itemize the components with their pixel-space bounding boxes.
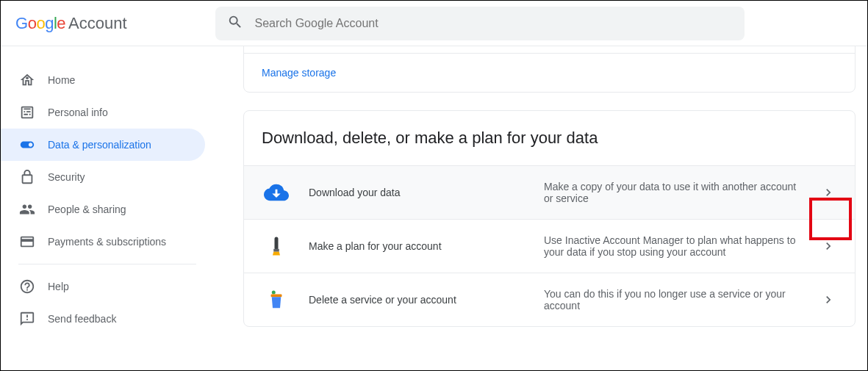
svg-rect-4: [271, 295, 282, 298]
row-desc: You can do this if you no longer use a s…: [544, 288, 819, 311]
id-card-icon: [18, 104, 36, 121]
logo[interactable]: Google Account: [15, 14, 127, 33]
sidebar-item-payments[interactable]: Payments & subscriptions: [1, 226, 205, 258]
row-delete-account[interactable]: Delete a service or your account You can…: [244, 273, 855, 326]
storage-card: Manage storage: [243, 46, 856, 93]
sidebar-item-label: Security: [48, 171, 85, 183]
svg-rect-1: [275, 237, 279, 251]
row-title: Delete a service or your account: [309, 294, 544, 306]
sidebar-item-label: People & sharing: [48, 203, 126, 215]
trash-icon: [262, 285, 291, 314]
lock-icon: [18, 168, 36, 186]
sidebar-item-personal-info[interactable]: Personal info: [1, 96, 205, 129]
sidebar-item-label: Home: [48, 74, 75, 86]
divider: [18, 264, 196, 264]
row-desc: Make a copy of your data to use it with …: [544, 181, 819, 204]
main-content: Manage storage Download, delete, or make…: [214, 46, 867, 370]
sidebar-item-people-sharing[interactable]: People & sharing: [1, 193, 205, 226]
help-icon: [18, 278, 36, 295]
people-icon: [18, 201, 36, 218]
search-icon: [227, 14, 255, 33]
card-icon: [18, 233, 36, 251]
svg-point-3: [272, 291, 276, 295]
header: Google Account: [1, 1, 867, 46]
row-title: Make a plan for your account: [309, 240, 544, 252]
sidebar-item-home[interactable]: Home: [1, 64, 205, 96]
plug-icon: [262, 231, 291, 261]
sidebar-item-label: Send feedback: [48, 313, 116, 325]
section-title: Download, delete, or make a plan for you…: [244, 111, 855, 165]
storage-usage-text: [244, 46, 855, 53]
sidebar-item-help[interactable]: Help: [1, 270, 205, 303]
svg-point-0: [26, 76, 29, 79]
feedback-icon: [18, 310, 36, 328]
chevron-right-icon: [819, 291, 837, 309]
row-desc: Use Inactive Account Manager to plan wha…: [544, 234, 819, 258]
toggle-icon: [18, 136, 36, 154]
sidebar-item-label: Help: [48, 281, 69, 292]
manage-storage-link[interactable]: Manage storage: [244, 53, 855, 92]
search-bar[interactable]: [215, 7, 745, 40]
sidebar-item-label: Personal info: [48, 107, 108, 118]
download-cloud-icon: [262, 178, 291, 207]
row-title: Download your data: [309, 187, 544, 198]
home-icon: [18, 71, 36, 89]
sidebar-item-feedback[interactable]: Send feedback: [1, 303, 205, 335]
google-logo: Google: [15, 14, 65, 33]
sidebar: Home Personal info Data & personalizatio…: [1, 46, 214, 370]
sidebar-item-data-personalization[interactable]: Data & personalization: [1, 129, 205, 161]
search-input[interactable]: [255, 17, 733, 30]
chevron-right-icon: [819, 237, 837, 255]
svg-rect-2: [273, 249, 279, 252]
chevron-right-icon: [819, 184, 837, 201]
row-inactive-plan[interactable]: Make a plan for your account Use Inactiv…: [244, 219, 855, 273]
row-download-data[interactable]: Download your data Make a copy of your d…: [244, 165, 855, 219]
sidebar-item-security[interactable]: Security: [1, 161, 205, 193]
sidebar-item-label: Data & personalization: [48, 139, 151, 151]
sidebar-item-label: Payments & subscriptions: [48, 236, 166, 248]
product-name: Account: [68, 14, 127, 33]
data-plan-card: Download, delete, or make a plan for you…: [243, 110, 856, 327]
